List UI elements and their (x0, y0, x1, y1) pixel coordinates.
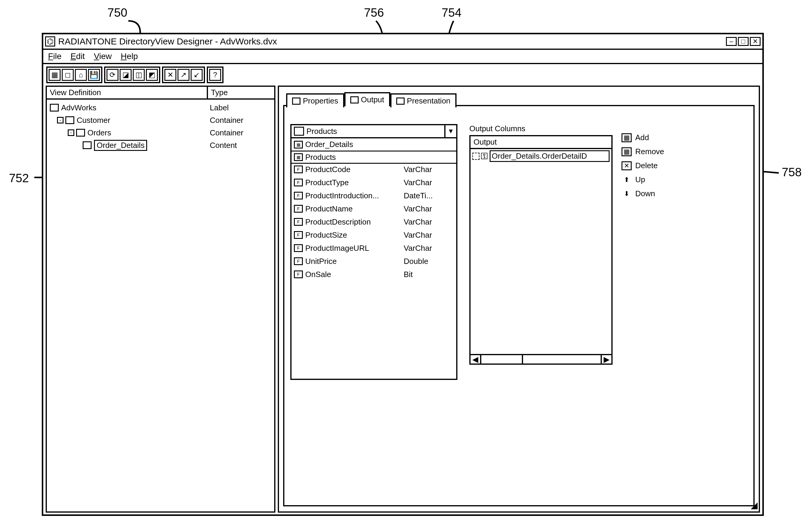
callout-750: 750 (107, 6, 127, 19)
remove-icon: ▦ (622, 147, 632, 156)
field-row[interactable]: FUnitPriceDouble (292, 255, 456, 268)
toolbar-btn-7[interactable]: ◫ (133, 69, 145, 81)
action-add[interactable]: ▦ Add (622, 133, 664, 142)
field-header-0[interactable]: Order_Details (305, 140, 353, 149)
field-row[interactable]: FOnSaleBit (292, 268, 456, 281)
folder-icon (65, 116, 74, 124)
tree-node-customer[interactable]: Customer (77, 116, 110, 125)
field-name: ProductImageURL (305, 244, 404, 253)
folder-icon (76, 129, 85, 137)
tab-properties[interactable]: Properties (286, 93, 344, 107)
action-remove-label: Remove (635, 147, 664, 156)
toolbar-btn-up[interactable]: ↗ (178, 69, 189, 81)
field-row[interactable]: FProductImageURLVarChar (292, 242, 456, 255)
field-type: VarChar (404, 217, 454, 227)
toolbar-btn-open[interactable]: ⌂ (75, 69, 87, 81)
maximize-button[interactable]: □ (738, 37, 749, 46)
field-name: ProductSize (305, 230, 404, 240)
tree-header-viewdef: View Definition (47, 87, 208, 98)
field-type: DateTi... (404, 191, 454, 201)
field-name: UnitPrice (305, 257, 404, 266)
combo-dropdown-button[interactable]: ▼ (444, 125, 456, 137)
field-name: ProductType (305, 178, 404, 187)
callout-752: 752 (9, 171, 29, 185)
table-combo[interactable]: Products ▼ (290, 124, 457, 138)
callout-754: 754 (442, 6, 462, 19)
tree-node-orders[interactable]: Orders (88, 128, 111, 137)
tab-output[interactable]: Output (344, 92, 390, 106)
field-row[interactable]: FProductTypeVarChar (292, 176, 456, 189)
table-icon (294, 127, 304, 136)
tree-node-orderdetails[interactable]: Order_Details (94, 140, 147, 151)
field-icon: F (294, 270, 303, 278)
field-type: Double (404, 257, 454, 266)
scroll-thumb[interactable] (481, 355, 523, 363)
delete-icon: ✕ (622, 161, 632, 170)
field-row[interactable]: FProductCodeVarChar (292, 163, 456, 176)
field-row[interactable]: FProductIntroduction...DateTi... (292, 189, 456, 202)
table-icon: ▦ (294, 153, 303, 161)
tab-presentation[interactable]: Presentation (390, 93, 457, 107)
field-type: VarChar (404, 165, 454, 174)
toolbar-btn-delete[interactable]: ✕ (164, 69, 176, 81)
toolbar-btn-refresh[interactable]: ⟳ (107, 69, 118, 81)
toolbar-btn-new[interactable]: ◻ (62, 69, 74, 81)
field-header-1[interactable]: Products (305, 153, 336, 162)
toolbar: ▦ ◻ ⌂ 💾 ⟳ ◪ ◫ ◩ ✕ ↗ ↙ ? (43, 64, 763, 86)
tree-header-type: Type (208, 87, 274, 98)
field-type: Bit (404, 270, 454, 279)
action-add-label: Add (635, 133, 649, 142)
scroll-left-button[interactable]: ◀ (471, 355, 481, 363)
table-icon: ▦ (294, 141, 303, 149)
field-name: ProductName (305, 204, 404, 213)
toolbar-btn-help[interactable]: ? (209, 69, 221, 81)
key-icon: ⚿ (481, 151, 489, 161)
output-tab-content: Products ▼ ▦ Order_Details ▦ Products (283, 105, 755, 506)
tree-type-1: Container (208, 116, 262, 125)
action-up[interactable]: ⬆ Up (622, 175, 664, 184)
field-row[interactable]: FProductDescriptionVarChar (292, 215, 456, 228)
app-window: ⌬ RADIANTONE DirectoryView Designer - Ad… (42, 33, 764, 516)
menu-file[interactable]: File (48, 52, 61, 61)
scroll-right-button[interactable]: ▶ (601, 355, 611, 363)
content-icon (82, 141, 92, 149)
tree-node-advworks[interactable]: AdvWorks (61, 103, 96, 112)
field-type: VarChar (404, 230, 454, 240)
horizontal-scrollbar[interactable]: ◀ ▶ (471, 354, 611, 363)
resize-grip[interactable]: ◢ (751, 500, 757, 510)
output-item-0[interactable]: ⚿ Order_Details.OrderDetailD (471, 149, 611, 163)
callout-756: 756 (364, 6, 384, 19)
presentation-icon (396, 97, 405, 105)
tree-toggle-customer[interactable]: - (57, 117, 63, 124)
toolbar-btn-down[interactable]: ↙ (191, 69, 203, 81)
details-panel: Properties Output Presentation (278, 86, 760, 513)
minimize-button[interactable]: – (726, 37, 737, 46)
field-icon: F (294, 166, 303, 173)
action-remove[interactable]: ▦ Remove (622, 147, 664, 156)
field-row[interactable]: FProductSizeVarChar (292, 228, 456, 242)
field-icon: F (294, 218, 303, 226)
field-name: ProductCode (305, 165, 404, 174)
field-type: VarChar (404, 244, 454, 253)
folder-icon (50, 104, 59, 112)
window-title: RADIANTONE DirectoryView Designer - AdvW… (58, 36, 726, 46)
action-up-label: Up (635, 175, 645, 184)
menu-edit[interactable]: Edit (70, 52, 85, 61)
tab-presentation-label: Presentation (407, 96, 451, 106)
tree-type-0: Label (208, 103, 262, 112)
add-icon: ▦ (622, 133, 632, 142)
action-down[interactable]: ⬇ Down (622, 189, 664, 198)
toolbar-btn-6[interactable]: ◪ (120, 69, 132, 81)
field-icon: F (294, 205, 303, 213)
menu-help[interactable]: Help (121, 52, 138, 61)
tree-toggle-orders[interactable]: - (68, 129, 74, 136)
close-button[interactable]: ✕ (750, 37, 760, 46)
toolbar-btn-8[interactable]: ◩ (146, 69, 158, 81)
app-icon: ⌬ (45, 36, 55, 46)
action-delete[interactable]: ✕ Delete (622, 161, 664, 170)
toolbar-btn-save[interactable]: 💾 (88, 69, 100, 81)
toolbar-btn-1[interactable]: ▦ (49, 69, 60, 81)
menu-view[interactable]: View (94, 52, 112, 61)
field-row[interactable]: FProductNameVarChar (292, 202, 456, 215)
callout-758: 758 (782, 166, 802, 179)
